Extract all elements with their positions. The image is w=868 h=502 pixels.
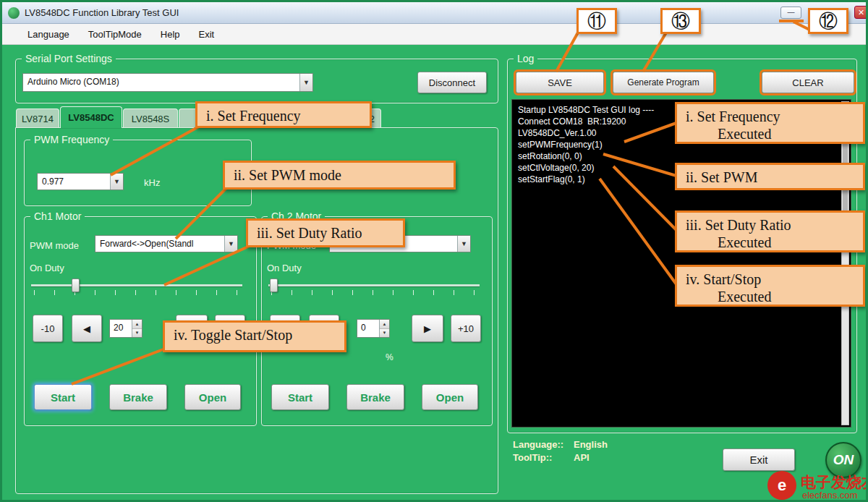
annotation-badge-11: ⑪: [576, 8, 617, 34]
window-title: LV8548DC Function Library Test GUI: [25, 7, 179, 18]
slider-ticks: [271, 290, 478, 295]
chevron-down-icon[interactable]: ▼: [110, 174, 123, 190]
log-scrollbar[interactable]: [841, 101, 849, 425]
ch1-brake-button[interactable]: Brake: [109, 384, 167, 410]
log-line: setRotation(0, 0): [518, 150, 845, 162]
slider-ticks: [34, 290, 241, 295]
pwm-frequency-select[interactable]: 0.977 ▼: [37, 173, 124, 190]
callout-startstop-executed: iv. Start/Stop Executed: [675, 265, 865, 307]
save-button[interactable]: SAVE: [516, 72, 604, 93]
title-bar: LV8548DC Function Library Test GUI: [2, 2, 866, 24]
spin-up-icon[interactable]: ▲: [132, 320, 142, 329]
ch2-open-button[interactable]: Open: [422, 384, 478, 410]
pwm-frequency-group-title: PWM Frequency: [30, 134, 113, 145]
ch2-percent-label: %: [386, 352, 393, 362]
close-button[interactable]: ✕: [854, 6, 868, 19]
ch1-duty-input[interactable]: 20: [110, 320, 132, 337]
callout-set-pwm-mode: ii. Set PWM mode: [223, 161, 456, 190]
generate-program-button[interactable]: Generate Program: [613, 72, 714, 93]
ch1-pwm-mode-value: Forward<->Open(Standl: [95, 236, 224, 252]
chevron-down-icon[interactable]: ▼: [457, 236, 470, 252]
app-icon: [8, 7, 20, 19]
ch1-duty-spinner[interactable]: 20 ▲ ▼: [109, 319, 142, 338]
ch1-duty-slider[interactable]: [31, 276, 242, 297]
pwm-frequency-value: 0.977: [38, 174, 110, 190]
tooltip-status-value: API: [574, 452, 590, 463]
ch2-brake-button[interactable]: Brake: [346, 384, 404, 410]
tab-lv8548dc[interactable]: LV8548DC: [60, 106, 122, 128]
callout-duty-executed: iii. Set Duty Ratio Executed: [675, 210, 865, 252]
spinner-buttons: ▲ ▼: [132, 320, 142, 337]
ch1-motor-group-title: Ch1 Motor: [30, 210, 85, 222]
log-group-title: Log: [514, 53, 537, 64]
menu-language[interactable]: Language: [18, 25, 79, 43]
annotation-badge-13: ⑬: [660, 8, 701, 34]
callout-set-frequency: i. Set Frequency: [195, 101, 372, 128]
callout-line2: Executed: [718, 125, 857, 142]
tooltip-status-label: ToolTip::: [513, 452, 552, 463]
menu-exit[interactable]: Exit: [190, 25, 224, 43]
ch2-plus10-button[interactable]: +10: [451, 315, 481, 342]
watermark-logo-icon: e: [767, 471, 796, 500]
language-status-value: English: [574, 439, 608, 450]
chevron-down-icon[interactable]: ▼: [224, 236, 237, 252]
callout-frequency-executed: i. Set Frequency Executed: [675, 102, 865, 144]
callout-line2: Executed: [718, 234, 857, 251]
callout-line2: Executed: [718, 288, 857, 305]
callout-line1: i. Set Frequency: [686, 108, 857, 125]
tab-lv8548s[interactable]: LV8548S: [123, 109, 178, 128]
spin-down-icon[interactable]: ▼: [132, 329, 142, 338]
menu-tooltipmode[interactable]: ToolTipMode: [79, 25, 151, 43]
ch2-duty-spinner[interactable]: 0 ▲ ▼: [357, 319, 390, 338]
spin-down-icon[interactable]: ▼: [380, 329, 389, 338]
serial-port-value: Arduino Micro (COM18): [23, 74, 299, 91]
ch1-minus10-button[interactable]: -10: [33, 315, 63, 342]
ch1-on-duty-label: On Duty: [30, 263, 64, 273]
callout-line1: iv. Start/Stop: [686, 271, 857, 288]
ch1-pwm-mode-select[interactable]: Forward<->Open(Standl ▼: [95, 235, 238, 252]
callout-set-duty-ratio: iii. Set Duty Ratio: [246, 218, 405, 247]
ch1-start-button[interactable]: Start: [34, 384, 92, 410]
app-window: LV8548DC Function Library Test GUI — ✕ L…: [0, 0, 868, 502]
disconnect-button[interactable]: Disconnect: [417, 72, 487, 93]
tab-lv8714[interactable]: LV8714: [16, 109, 59, 128]
menu-help[interactable]: Help: [151, 25, 190, 43]
slider-track[interactable]: [268, 284, 480, 286]
ch2-slider-handle[interactable]: [270, 278, 278, 292]
chevron-down-icon[interactable]: ▼: [299, 74, 312, 91]
ch2-increment-arrow-button[interactable]: ▶: [412, 315, 443, 342]
khz-unit-label: kHz: [144, 177, 160, 188]
minimize-button[interactable]: —: [780, 7, 801, 19]
callout-line1: ii. Set PWM: [686, 169, 857, 186]
watermark-site: elecfans.com: [802, 490, 858, 501]
ch2-on-duty-label: On Duty: [267, 263, 302, 273]
ch1-decrement-arrow-button[interactable]: ◀: [72, 315, 102, 342]
slider-track[interactable]: [31, 284, 242, 286]
menu-bar: Language ToolTipMode Help Exit: [2, 24, 866, 45]
callout-set-pwm: ii. Set PWM: [675, 163, 865, 190]
serial-port-select[interactable]: Arduino Micro (COM18) ▼: [22, 73, 313, 92]
ch1-open-button[interactable]: Open: [184, 384, 241, 410]
serial-port-group-title: Serial Port Settings: [22, 53, 116, 64]
clear-button[interactable]: CLEAR: [762, 72, 854, 93]
log-console[interactable]: Startup LV8548DC Test GUI log ---- Conne…: [511, 99, 851, 427]
ch2-duty-input[interactable]: 0: [357, 320, 379, 337]
exit-button[interactable]: Exit: [723, 448, 795, 471]
language-status-label: Language::: [513, 439, 563, 450]
callout-line1: iii. Set Duty Ratio: [686, 216, 857, 234]
spin-up-icon[interactable]: ▲: [380, 320, 389, 329]
ch2-duty-slider[interactable]: [268, 276, 480, 297]
callout-toggle-start-stop: iv. Toggle Start/Stop: [163, 320, 346, 352]
ch2-start-button[interactable]: Start: [271, 384, 329, 410]
spinner-buttons: ▲ ▼: [379, 320, 389, 337]
ch1-pwm-mode-label: PWM mode: [30, 240, 79, 251]
annotation-badge-12: ⑫: [808, 8, 848, 34]
ch1-slider-handle[interactable]: [72, 278, 80, 292]
